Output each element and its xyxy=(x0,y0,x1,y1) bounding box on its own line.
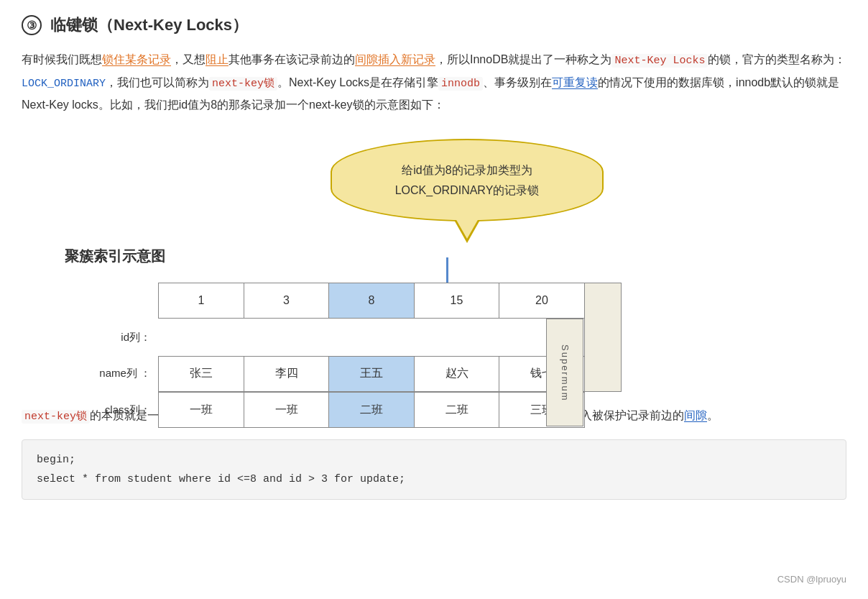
p1-text-mid6: 。Next-Key Locks是在存储引擎 xyxy=(277,76,438,88)
id-cell-1: 1 xyxy=(158,283,244,319)
class-cell-2: 一班 xyxy=(244,392,330,428)
name-cell-3: 王五 xyxy=(328,356,415,392)
diagram-container: 给id值为8的记录加类型为LOCK_ORDINARY的记录锁 聚簇索引示意图 i… xyxy=(22,124,846,390)
p1-highlight3: 间隙插入新记录 xyxy=(355,53,435,66)
p1-code1: Next-Key Locks xyxy=(611,54,708,68)
p1-code2: LOCK_ORDINARY xyxy=(22,78,106,90)
p1-text-mid5: ，我们也可以简称为 xyxy=(106,76,209,88)
p1-highlight4: 可重复读 xyxy=(552,76,598,89)
table-rows-container: id列： 1 3 8 15 20 name列 ： 张三 李四 王五 赵六 钱七 xyxy=(65,319,839,429)
p1-text-mid3: ，所以InnoDB就提出了一种称之为 xyxy=(435,53,611,65)
name-cell-4: 赵六 xyxy=(414,356,500,392)
class-cell-1: 一班 xyxy=(158,392,244,428)
table-row-class: class列： 一班 一班 二班 二班 三班 xyxy=(65,391,839,429)
supermum-column: Supermum xyxy=(546,319,583,426)
p1-highlight2: 阻止 xyxy=(206,53,228,66)
p1-text-mid1: ，又想 xyxy=(171,53,206,65)
code-block: begin; select * from student where id <=… xyxy=(22,439,846,500)
supermum-text: Supermum xyxy=(560,344,571,402)
id-cell-2: 3 xyxy=(244,283,330,319)
row-label-class: class列： xyxy=(65,403,158,417)
p1-highlight1: 锁住某条记录 xyxy=(102,53,171,66)
class-cell-3: 二班 xyxy=(328,392,415,428)
title-text: 临键锁（Next-Key Locks） xyxy=(50,14,248,36)
id-cell-4: 15 xyxy=(414,283,500,319)
speech-bubble: 给id值为8的记录加类型为LOCK_ORDINARY的记录锁 xyxy=(331,139,604,221)
id-cell-3: 8 xyxy=(328,283,415,319)
row-label-id: id列： xyxy=(65,331,158,344)
name-cell-1: 张三 xyxy=(158,356,244,392)
table-row-id: id列： 1 3 8 15 20 xyxy=(65,319,839,356)
name-cells: 张三 李四 王五 赵六 钱七 xyxy=(158,356,585,392)
code-line-1: begin; xyxy=(37,450,831,470)
table-row-name: name列 ： 张三 李四 王五 赵六 钱七 xyxy=(65,355,839,393)
id-cell-5: 20 xyxy=(499,283,585,319)
p1-code3: next-key锁 xyxy=(209,77,277,91)
diagram-label: 聚簇索引示意图 xyxy=(65,247,165,266)
p1-code4: innodb xyxy=(438,77,483,91)
bubble-text: 给id值为8的记录加类型为LOCK_ORDINARY的记录锁 xyxy=(395,164,540,196)
p1-text-before: 有时候我们既想 xyxy=(22,53,102,65)
paragraph-1: 有时候我们既想锁住某条记录，又想阻止其他事务在该记录前边的间隙插入新记录，所以I… xyxy=(22,49,846,116)
name-cell-2: 李四 xyxy=(244,356,330,392)
row-label-name: name列 ： xyxy=(65,367,158,380)
p1-text-mid4: 的锁，官方的类型名称为： xyxy=(708,53,846,65)
section-title: ③ 临键锁（Next-Key Locks） xyxy=(22,14,846,36)
circle-number: ③ xyxy=(22,15,42,35)
p1-text-mid7: 、事务级别在 xyxy=(483,76,552,88)
class-cells: 一班 一班 二班 二班 三班 xyxy=(158,392,585,428)
p1-text-mid2: 其他事务在该记录前边的 xyxy=(228,53,355,65)
class-cell-4: 二班 xyxy=(414,392,500,428)
code-line-2: select * from student where id <=8 and i… xyxy=(37,470,831,489)
